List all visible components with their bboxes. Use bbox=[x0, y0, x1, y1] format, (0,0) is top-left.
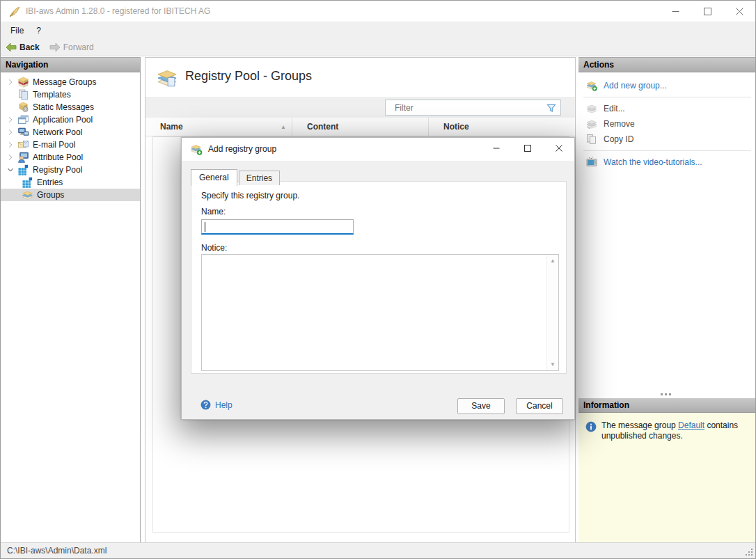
name-input[interactable] bbox=[202, 220, 353, 233]
information-header: Information bbox=[578, 398, 756, 413]
name-field-label: Name: bbox=[201, 207, 226, 216]
cancel-button[interactable]: Cancel bbox=[516, 398, 563, 414]
sort-ascending-icon: ▲ bbox=[281, 124, 286, 130]
back-arrow-icon bbox=[6, 42, 17, 52]
toolbar: Back Forward bbox=[1, 39, 755, 56]
sidebar-item-label: Entries bbox=[37, 178, 63, 187]
notice-textarea[interactable] bbox=[202, 255, 546, 370]
information-panel: The message group Default contains unpub… bbox=[578, 413, 756, 544]
forward-button[interactable]: Forward bbox=[45, 39, 99, 56]
dialog-maximize-button[interactable] bbox=[512, 138, 543, 159]
add-new-group-label: Add new group... bbox=[604, 81, 667, 90]
title-bar: IBI-aws Admin 1.28.0 - registered for IB… bbox=[1, 1, 755, 22]
sidebar-item-groups[interactable]: Groups bbox=[1, 189, 140, 201]
menu-file[interactable]: File bbox=[4, 22, 30, 39]
chevron-right-icon[interactable] bbox=[5, 77, 16, 88]
minimize-button[interactable] bbox=[659, 1, 691, 22]
dialog-close-button[interactable] bbox=[543, 138, 574, 159]
app-logo-icon bbox=[8, 6, 21, 18]
navigation-tree: Message Groups Templates Static Messages… bbox=[1, 72, 140, 201]
scroll-up-icon[interactable]: ▲ bbox=[547, 258, 558, 264]
add-new-group-action[interactable]: Add new group... bbox=[578, 78, 756, 93]
save-button[interactable]: Save bbox=[457, 398, 505, 414]
sidebar-item-label: E-mail Pool bbox=[33, 140, 75, 150]
edit-icon bbox=[585, 103, 598, 114]
default-group-link[interactable]: Default bbox=[678, 420, 704, 430]
tab-general[interactable]: General bbox=[191, 169, 237, 186]
dialog-title-bar: Add registry group bbox=[182, 138, 574, 161]
resize-grip[interactable] bbox=[745, 548, 754, 557]
chevron-right-icon[interactable] bbox=[5, 152, 16, 163]
notice-textarea-wrap: ▲ ▼ bbox=[201, 254, 559, 371]
filter-input[interactable] bbox=[386, 100, 560, 115]
notice-field-label: Notice: bbox=[201, 243, 227, 253]
column-name-label: Name bbox=[160, 122, 183, 132]
column-header-name[interactable]: Name ▲ bbox=[145, 118, 292, 136]
tab-entries[interactable]: Entries bbox=[239, 171, 280, 185]
menu-help[interactable]: ? bbox=[30, 22, 47, 39]
copy-id-icon bbox=[585, 134, 598, 145]
sidebar-item-templates[interactable]: Templates bbox=[1, 88, 140, 101]
column-header-content[interactable]: Content bbox=[292, 118, 429, 136]
help-link[interactable]: Help bbox=[200, 400, 233, 410]
sidebar-item-entries[interactable]: Entries bbox=[1, 176, 140, 189]
chevron-right-icon[interactable] bbox=[5, 114, 16, 125]
registry-pool-icon bbox=[17, 164, 29, 175]
static-messages-icon bbox=[17, 102, 29, 113]
general-tab-panel: Specify this registry group. Name: Notic… bbox=[191, 181, 567, 374]
sidebar-item-registry-pool[interactable]: Registry Pool bbox=[1, 164, 140, 176]
video-tutorials-icon bbox=[585, 157, 598, 168]
sidebar-item-label: Static Messages bbox=[33, 102, 94, 112]
copy-id-action[interactable]: Copy ID bbox=[578, 132, 756, 147]
navigation-header: Navigation bbox=[1, 58, 140, 72]
forward-arrow-icon bbox=[49, 42, 61, 52]
app-window: IBI-aws Admin 1.28.0 - registered for IB… bbox=[0, 0, 756, 559]
page-title: Registry Pool - Groups bbox=[185, 69, 312, 84]
groups-icon bbox=[22, 189, 33, 200]
column-content-label: Content bbox=[307, 122, 338, 132]
main-title-row: Registry Pool - Groups bbox=[145, 58, 575, 97]
network-pool-icon bbox=[17, 127, 29, 138]
sidebar-item-application-pool[interactable]: Application Pool bbox=[1, 113, 140, 126]
chevron-down-icon[interactable] bbox=[5, 164, 16, 175]
sidebar-item-static-messages[interactable]: Static Messages bbox=[1, 101, 140, 113]
info-text-before: The message group bbox=[601, 420, 678, 430]
back-button[interactable]: Back bbox=[1, 39, 45, 56]
chevron-right-icon[interactable] bbox=[5, 127, 16, 138]
sidebar-item-label: Templates bbox=[33, 90, 71, 100]
window-title: IBI-aws Admin 1.28.0 - registered for IB… bbox=[26, 1, 210, 22]
splitter-handle[interactable] bbox=[661, 393, 675, 396]
actions-separator bbox=[583, 150, 751, 151]
copy-id-label: Copy ID bbox=[604, 134, 633, 144]
chevron-spacer bbox=[5, 102, 16, 113]
scroll-down-icon[interactable]: ▼ bbox=[547, 361, 558, 368]
sidebar-item-attribute-pool[interactable]: Attribute Pool bbox=[1, 151, 140, 164]
remove-action[interactable]: Remove bbox=[578, 116, 756, 132]
close-button[interactable] bbox=[723, 1, 755, 22]
chevron-right-icon[interactable] bbox=[5, 139, 16, 150]
registry-groups-page-icon bbox=[156, 67, 178, 88]
sidebar-item-message-groups[interactable]: Message Groups bbox=[1, 76, 140, 88]
add-group-icon bbox=[585, 80, 598, 91]
watch-tutorials-action[interactable]: Watch the video-tutorials... bbox=[578, 155, 756, 170]
sidebar-item-label: Groups bbox=[37, 190, 64, 200]
dialog-tabs: General Entries bbox=[191, 168, 281, 185]
notice-scrollbar[interactable]: ▲ ▼ bbox=[546, 255, 558, 370]
edit-action[interactable]: Edit... bbox=[578, 101, 756, 116]
column-header-notice[interactable]: Notice bbox=[429, 118, 575, 136]
filter-funnel-icon[interactable] bbox=[546, 102, 557, 113]
dialog-minimize-button[interactable] bbox=[480, 138, 512, 159]
text-caret bbox=[205, 222, 205, 232]
add-group-dialog-icon bbox=[190, 143, 203, 155]
remove-label: Remove bbox=[604, 119, 635, 129]
sidebar-item-label: Message Groups bbox=[33, 77, 96, 87]
maximize-button[interactable] bbox=[691, 1, 723, 22]
filter-box bbox=[385, 100, 561, 116]
actions-separator bbox=[583, 97, 751, 97]
actions-header: Actions bbox=[578, 58, 756, 72]
filter-bar bbox=[145, 97, 575, 118]
menu-bar: File ? bbox=[1, 22, 755, 39]
sidebar-item-network-pool[interactable]: Network Pool bbox=[1, 126, 140, 139]
status-bar: C:\IBI-aws\Admin\Data.xml bbox=[1, 542, 755, 558]
sidebar-item-email-pool[interactable]: E-mail Pool bbox=[1, 139, 140, 151]
